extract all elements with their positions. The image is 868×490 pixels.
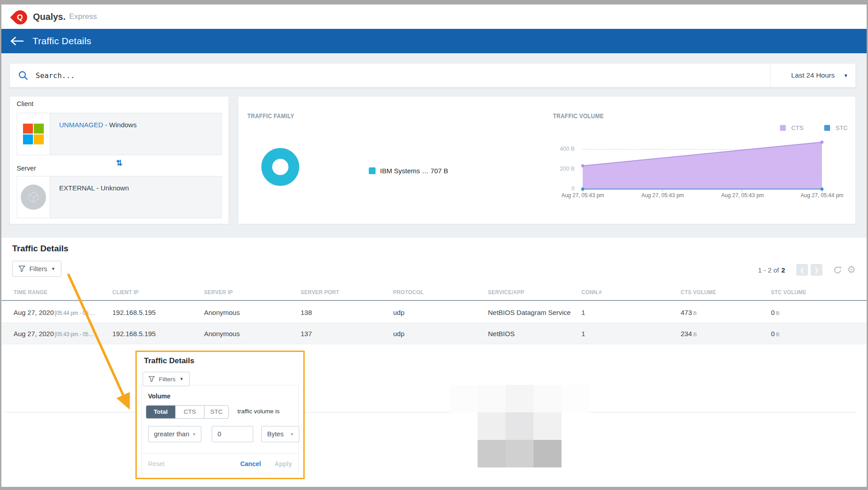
cell-cts-volume: 234B — [681, 330, 771, 337]
pagination: 1 - 2 of2 ❮ ❯ ⚙ — [758, 264, 856, 276]
client-box: UNMANAGED - Windows — [17, 113, 222, 155]
server-os-logo-cell — [17, 176, 50, 218]
cell-stc-volume: 0B — [771, 330, 867, 337]
cts-legend-label: CTS — [791, 125, 803, 131]
mosaic-cell — [562, 385, 589, 412]
volume-value-input[interactable] — [212, 426, 253, 442]
next-page-button[interactable]: ❯ — [811, 264, 822, 276]
cell-server-port: 138 — [301, 309, 393, 316]
col-protocol: PROTOCOL — [393, 289, 478, 296]
swap-direction-icon[interactable]: ⇅ — [10, 158, 228, 168]
cts-point-start — [581, 164, 585, 167]
cell-time-range: Aug 27, 2020[05:44 pm - 05:… — [14, 309, 112, 316]
x-tick-2: Aug 27, 05:43 pm — [711, 192, 774, 199]
condition-text: traffic volume is — [237, 408, 280, 415]
y-tick-200: 200 B — [548, 166, 575, 172]
stc-point-start — [581, 188, 585, 191]
apply-button[interactable]: Apply — [274, 460, 292, 467]
funnel-icon — [19, 265, 25, 272]
qualys-logo[interactable]: Q — [12, 9, 27, 24]
chevron-down-icon: ▼ — [180, 377, 184, 381]
client-server-card: Client UNMANAGED - Windows ⇅ Server EXTE… — [9, 96, 229, 224]
col-cts-volume: CTS VOLUME — [681, 289, 762, 296]
table-row[interactable]: Aug 27, 2020[05:43 pm - 05… 192.168.5.19… — [1, 323, 867, 344]
arrow-left-icon — [9, 36, 24, 46]
cancel-button[interactable]: Cancel — [240, 460, 261, 467]
filter-popup: Traffic Details Filters ▼ Volume Total C… — [135, 351, 305, 479]
search-icon — [18, 70, 28, 81]
legend-label: IBM Systems … 707 B — [380, 167, 448, 175]
traffic-family-donut-chart — [261, 148, 299, 186]
cell-server-port: 137 — [301, 330, 393, 337]
cts-area-fill — [583, 142, 822, 189]
y-tick-400: 400 B — [548, 146, 575, 152]
time-range-dropdown[interactable]: Last 24 Hours ▼ — [770, 64, 855, 87]
cell-conn: 1 — [581, 309, 681, 316]
cell-client-ip: 192.168.5.195 — [112, 309, 204, 316]
details-background — [1, 238, 867, 487]
gear-icon: ⚙ — [847, 265, 856, 275]
filter-panel: Volume Total CTS STC traffic volume is g… — [141, 385, 299, 474]
cts-point-end — [821, 140, 824, 143]
toggle-stc[interactable]: STC — [204, 406, 228, 418]
cell-service-app: NetBIOS — [488, 330, 581, 337]
section-divider — [5, 412, 856, 412]
col-service-app: SERVICE/APP — [488, 289, 572, 296]
x-tick-0: Aug 27, 05:43 pm — [551, 192, 614, 199]
windows-logo-icon — [23, 124, 44, 144]
popup-title: Traffic Details — [144, 356, 195, 365]
server-box: EXTERNAL - Unknown — [17, 176, 222, 218]
chevron-down-icon: ▼ — [51, 267, 55, 271]
unit-select[interactable]: Bytes ▼ — [261, 426, 299, 442]
col-server-ip: SERVER IP — [204, 289, 291, 296]
unknown-server-icon — [21, 185, 46, 210]
cell-service-app: NetBIOS Datagram Service — [488, 309, 581, 316]
mosaic-cell — [450, 385, 478, 412]
volume-label: Volume — [148, 393, 171, 400]
cell-conn: 1 — [581, 330, 681, 337]
filters-button[interactable]: Filters ▼ — [12, 261, 61, 277]
reset-button[interactable]: Reset — [148, 460, 165, 467]
cell-client-ip: 192.168.5.195 — [112, 330, 204, 337]
traffic-volume-area-chart — [578, 136, 826, 194]
col-stc-volume: STC VOLUME — [771, 289, 857, 296]
client-type-link[interactable]: UNMANAGED — [59, 121, 103, 129]
previous-page-button[interactable]: ❮ — [796, 264, 808, 276]
popup-footer: Reset Cancel Apply — [142, 453, 298, 474]
mosaic-cell — [450, 412, 478, 440]
funnel-icon — [149, 376, 155, 382]
cts-legend-swatch — [780, 125, 786, 131]
brand-name: Qualys. — [33, 12, 65, 22]
client-label: Client — [17, 100, 33, 107]
time-range-value: Last 24 Hours — [791, 71, 835, 79]
server-label: Server — [17, 165, 36, 172]
mosaic-cell — [562, 440, 589, 467]
filters-label: Filters — [29, 265, 47, 273]
col-conn: CONN.# — [581, 289, 671, 296]
stc-legend-label: STC — [836, 125, 848, 131]
cell-protocol: udp — [393, 309, 488, 316]
stc-legend-swatch — [824, 125, 830, 131]
settings-button[interactable]: ⚙ — [847, 265, 856, 275]
col-time-range: TIME RANGE — [14, 289, 102, 296]
toggle-total[interactable]: Total — [146, 406, 175, 418]
search-input[interactable] — [35, 71, 770, 80]
section-title: Traffic Details — [12, 244, 69, 254]
x-tick-1: Aug 27, 05:43 pm — [631, 192, 694, 199]
chevron-down-icon: ▼ — [192, 432, 196, 437]
legend-swatch — [369, 167, 376, 174]
traffic-overview-card: TRAFFIC FAMILY IBM Systems … 707 B TRAFF… — [238, 96, 856, 224]
traffic-volume-title: TRAFFIC VOLUME — [553, 112, 604, 120]
toggle-cts[interactable]: CTS — [175, 406, 204, 418]
mosaic-cell — [506, 412, 534, 440]
table-row[interactable]: Aug 27, 2020[05:44 pm - 05:… 192.168.5.1… — [1, 302, 867, 323]
mosaic-cell — [478, 412, 506, 440]
search-bar: Last 24 Hours ▼ — [9, 63, 856, 88]
back-button[interactable] — [8, 32, 25, 50]
popup-filters-button[interactable]: Filters ▼ — [143, 372, 190, 386]
refresh-button[interactable] — [833, 265, 842, 275]
refresh-icon — [833, 265, 842, 275]
operator-select[interactable]: greater than ▼ — [148, 426, 201, 442]
pagination-range: 1 - 2 of2 — [758, 266, 785, 274]
qualys-pin-icon: Q — [10, 8, 30, 28]
